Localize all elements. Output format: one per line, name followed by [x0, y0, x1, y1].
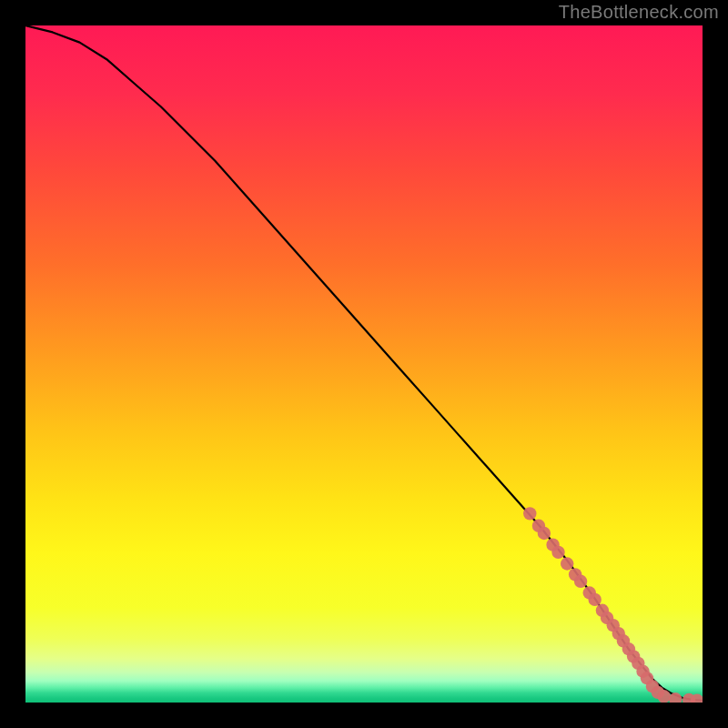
data-marker	[657, 690, 670, 703]
watermark-text: TheBottleneck.com	[559, 2, 719, 23]
plot-area	[25, 25, 703, 703]
data-marker	[523, 507, 536, 520]
data-marker	[574, 575, 587, 588]
chart-frame: TheBottleneck.com	[0, 0, 728, 728]
data-marker	[551, 546, 564, 559]
plot-svg	[25, 25, 703, 703]
data-marker	[538, 527, 551, 540]
data-marker	[561, 557, 573, 570]
data-marker	[589, 593, 602, 606]
